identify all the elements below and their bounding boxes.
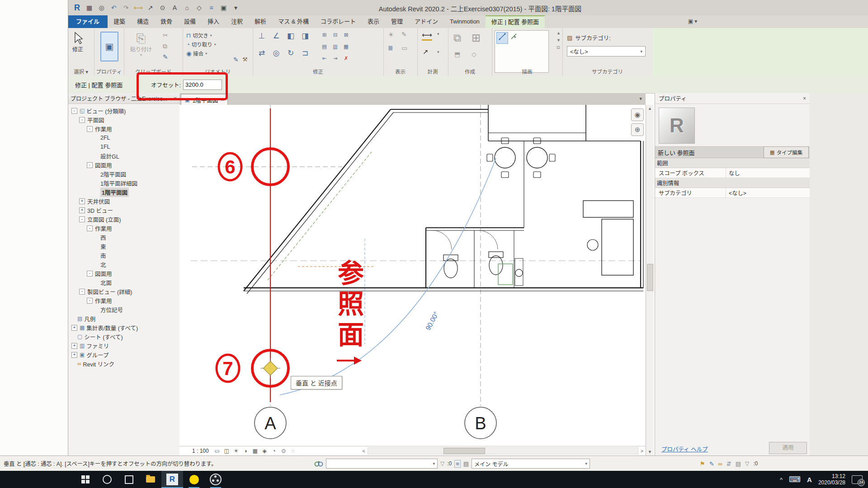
text-icon[interactable]: A <box>169 3 180 13</box>
search-button[interactable] <box>96 471 118 488</box>
tree-item[interactable]: 1階平面図 <box>68 188 179 197</box>
tab-view[interactable]: 表示 <box>362 15 385 28</box>
scroll-down-icon[interactable]: ▼ <box>646 450 654 455</box>
tree-item[interactable]: - 図面用 <box>68 160 179 169</box>
shadows-icon[interactable]: ◑ <box>242 448 250 454</box>
tree-item[interactable]: - ◱ ビュー (分類順) <box>68 106 179 115</box>
show-crop-icon[interactable]: ◈ <box>261 448 269 454</box>
default-3d-view-icon[interactable]: ⌂ <box>181 3 193 13</box>
start-button[interactable] <box>75 471 96 488</box>
view-list-chevron-icon[interactable]: ▾ <box>639 96 642 102</box>
visual-style-icon[interactable]: ◫ <box>223 448 231 454</box>
tree-expander[interactable]: - <box>87 225 93 231</box>
tree-expander[interactable]: - <box>79 216 85 222</box>
sun-path-icon[interactable]: ☀ <box>232 448 240 454</box>
dimension-icon[interactable]: ↗ <box>423 48 429 56</box>
draw-line-tool[interactable] <box>496 32 508 44</box>
grid-bubble-b[interactable]: B <box>475 414 486 433</box>
trim-corner-icon[interactable]: ⇤ <box>321 55 328 62</box>
tab-file[interactable]: ファイル <box>68 15 108 28</box>
revit-logo-icon[interactable]: R <box>71 3 83 13</box>
subcategory-dropdown[interactable]: <なし> ▾ <box>567 46 646 56</box>
trim-extend-icon[interactable]: ⊐ <box>300 48 311 59</box>
paint-icon[interactable]: ✎ <box>233 56 239 63</box>
taskbar-clock[interactable]: 13:12 2020/03/28 <box>818 473 845 486</box>
tab-twinmotion[interactable]: Twinmotion <box>444 15 486 28</box>
tab-steel[interactable]: 鉄骨 <box>155 15 178 28</box>
tree-expander[interactable]: - <box>87 298 93 304</box>
revit-taskbar-button[interactable]: R <box>161 471 183 488</box>
tree-item[interactable]: 北面 <box>68 278 179 287</box>
draw-scrollbar[interactable]: ▲ ▼ ⊡ <box>557 31 561 50</box>
horizontal-scrollbar[interactable]: < > <box>360 446 646 455</box>
detail-level-icon[interactable]: ▭ <box>213 448 221 454</box>
background-process-icon[interactable]: ⇵ <box>726 460 731 467</box>
align-icon[interactable]: ⊥ <box>256 31 267 42</box>
tab-addins[interactable]: アドイン <box>409 15 444 28</box>
tree-item[interactable]: 設計GL <box>68 151 179 160</box>
view-scale[interactable]: 1 : 100 <box>192 448 209 454</box>
apply-button[interactable]: 適用 <box>769 442 807 454</box>
pin-icon[interactable]: ▦ <box>342 43 350 50</box>
tree-item[interactable]: ∞ Revit リンク <box>68 359 179 368</box>
tree-item[interactable]: ▢ シート (すべて) <box>68 332 179 341</box>
redo-icon[interactable]: ↷ <box>120 3 132 13</box>
extend-icon[interactable]: ⇥ <box>331 55 339 62</box>
tree-expander[interactable]: - <box>87 162 93 168</box>
scroll-up-icon[interactable]: ▲ <box>557 31 561 35</box>
task-view-button[interactable] <box>118 471 140 488</box>
mirror-pick-axis-icon[interactable]: ◧ <box>285 31 296 42</box>
tree-item[interactable]: 北 <box>68 260 179 269</box>
tag-icon[interactable]: ⊙ <box>157 3 168 13</box>
temporary-hide-isolate-icon[interactable]: ◔ <box>270 448 278 454</box>
create-similar-icon[interactable]: ⊞ <box>472 32 481 44</box>
tree-expander[interactable]: + <box>79 198 85 204</box>
scroll-left-icon[interactable]: < <box>360 448 368 454</box>
thin-lines-icon[interactable]: ≡ <box>206 3 217 13</box>
rotate-icon[interactable]: ↻ <box>285 48 296 59</box>
tree-item[interactable]: - 平面図 <box>68 115 179 124</box>
panel-label-select[interactable]: 選択 ▾ <box>68 68 94 75</box>
edit-type-button[interactable]: ▦ タイプ編集 <box>764 146 809 158</box>
aligned-dimension-icon[interactable]: ↗ <box>145 3 156 13</box>
tab-modify-place-reference-plane[interactable]: 修正 | 配置 参照面 <box>486 15 545 28</box>
view-range-icon[interactable]: ▭ <box>401 44 407 52</box>
create-assembly-icon[interactable]: ⬒ <box>454 51 460 58</box>
array-icon[interactable]: ▤ <box>321 43 328 50</box>
tree-item[interactable]: - 図面用 <box>68 269 179 278</box>
editable-only-icon[interactable]: ✎ <box>709 460 714 467</box>
tree-expander[interactable]: - <box>87 271 93 277</box>
tree-item[interactable]: + 3D ビュー <box>68 206 179 215</box>
crop-view-icon[interactable]: ▦ <box>251 448 259 454</box>
expand-icon[interactable]: ⊡ <box>557 45 561 50</box>
create-parts-icon[interactable]: ◇ <box>472 51 476 58</box>
copy-icon[interactable]: ◎ <box>271 48 282 59</box>
tab-collaborate[interactable]: コラボレート <box>315 15 362 28</box>
linework-icon[interactable]: ✎ <box>401 31 407 38</box>
undo-icon[interactable]: ↶ <box>108 3 119 13</box>
yellow-app-button[interactable] <box>183 471 205 488</box>
cut-icon[interactable]: ✂ <box>163 32 168 39</box>
tree-expander[interactable]: - <box>79 289 85 295</box>
worksharing-icon[interactable]: ⚑ <box>700 460 705 467</box>
tree-item[interactable]: + ▥ ファミリ <box>68 341 179 350</box>
vertical-scrollbar[interactable]: ▲ ▼ <box>646 105 654 455</box>
tree-item[interactable]: 西 <box>68 233 179 242</box>
scale-icon[interactable]: ▥ <box>331 43 339 50</box>
measure-icon[interactable]: ⟷ <box>132 3 144 13</box>
unpin-icon[interactable]: ⊠ <box>342 32 350 38</box>
tree-expander[interactable]: + <box>79 207 85 213</box>
properties-help-link[interactable]: プロパティ ヘルプ <box>661 445 708 453</box>
join-button[interactable]: ◉ 接合 ▾ <box>186 49 216 58</box>
ime-mode-indicator[interactable]: A <box>807 476 812 483</box>
move-icon[interactable]: ⇄ <box>256 48 267 59</box>
tab-systems[interactable]: 設備 <box>178 15 202 28</box>
tab-insert[interactable]: 挿入 <box>202 15 225 28</box>
cut-profile-icon[interactable]: ≣ <box>388 44 393 52</box>
copy-icon[interactable]: ⧉ <box>163 42 167 50</box>
tree-expander[interactable]: - <box>87 126 93 132</box>
create-group-icon[interactable]: ⧉ <box>453 32 461 44</box>
tree-item[interactable]: 2FL <box>68 133 179 142</box>
file-explorer-button[interactable] <box>140 471 161 488</box>
split-gap-icon[interactable]: ⊟ <box>331 32 339 38</box>
